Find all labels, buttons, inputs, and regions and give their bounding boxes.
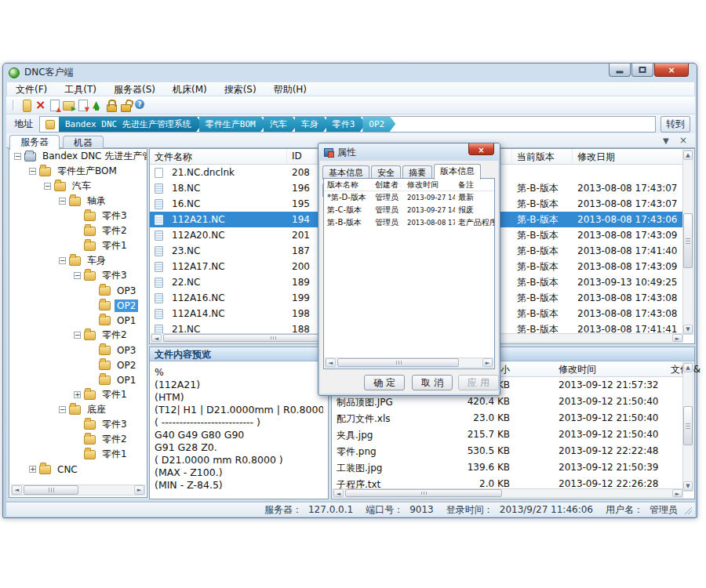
tree-item[interactable]: OP3 — [9, 343, 147, 358]
scroll-left-icon[interactable] — [333, 489, 344, 497]
tree-item[interactable]: 零件1 — [9, 387, 147, 402]
tree-expander-icon[interactable] — [74, 332, 81, 339]
tree-expander-icon[interactable] — [59, 406, 66, 413]
tree-item[interactable]: OP3 — [9, 283, 147, 298]
file-list-vertical-scrollbar[interactable] — [682, 150, 693, 335]
go-button[interactable]: 转到 — [661, 116, 690, 132]
scroll-right-icon[interactable] — [672, 489, 682, 497]
tree-item[interactable]: OP1 — [9, 313, 147, 328]
tree-horizontal-scrollbar[interactable] — [11, 485, 145, 495]
checkin-document-icon[interactable] — [48, 98, 61, 112]
tree-item[interactable]: 零件2 — [9, 432, 147, 447]
tree-item[interactable]: 轴承 — [9, 194, 147, 209]
scroll-thumb[interactable] — [337, 358, 459, 367]
tree-item[interactable]: OP2 — [9, 358, 147, 372]
第-C-版本[interactable]: 第-C-版本 管理员 2013-09-27 14:... 报废 — [324, 204, 494, 216]
version-list-horizontal-scrollbar[interactable] — [325, 358, 493, 368]
scroll-up-icon[interactable] — [683, 151, 693, 160]
tree-item[interactable]: 零件3 — [9, 268, 147, 283]
scroll-down-icon[interactable] — [683, 325, 693, 334]
menu-item[interactable]: 帮助(H) — [265, 82, 315, 96]
tree-expander-icon[interactable] — [59, 257, 66, 264]
send-up-icon[interactable] — [90, 98, 104, 112]
breadcrumb[interactable]: Bandex DNC 先进生产管理系统零件生产BOM汽车车身零件3OP2 — [39, 116, 656, 132]
column-time[interactable]: 修改时间 — [554, 361, 666, 378]
tree-expander-icon[interactable] — [74, 272, 81, 279]
pane-close-icon[interactable]: × — [679, 135, 687, 146]
pane-dropdown-icon[interactable]: ▼ — [663, 136, 669, 145]
scroll-thumb[interactable] — [345, 489, 502, 497]
scroll-left-icon[interactable] — [12, 485, 22, 495]
tree-item[interactable]: 零件3 — [9, 417, 147, 432]
制品顶图.JPG[interactable]: 制品顶图.JPG 420.4 KB 2013-09-12 21:50:40 — [332, 394, 683, 410]
menu-item[interactable]: 机床(M) — [164, 82, 216, 96]
配刀文件.xls[interactable]: 配刀文件.xls 23.0 KB 2013-09-12 21:50:40 — [332, 410, 683, 426]
tree-item[interactable]: OP1 — [9, 372, 147, 387]
tree-item[interactable]: 车身 — [9, 253, 147, 268]
scroll-thumb[interactable] — [683, 406, 693, 445]
dialog-close-button[interactable]: × — [468, 143, 494, 155]
close-button[interactable]: × — [654, 64, 689, 77]
dialog-tab[interactable]: 版本信息 — [434, 164, 481, 180]
tree-item[interactable]: 零件2 — [9, 223, 147, 238]
view-tab[interactable]: 服务器 — [9, 135, 60, 150]
第-B-版本[interactable]: 第-B-版本 管理员 2013-08-08 17:... 老产品程序 — [324, 216, 494, 229]
unlock-icon[interactable] — [118, 98, 132, 112]
scroll-thumb[interactable] — [683, 213, 693, 268]
column-creator[interactable]: 创建者 — [372, 179, 404, 191]
menu-item[interactable]: 服务器(S) — [105, 82, 164, 96]
tree-expander-icon[interactable] — [44, 183, 51, 190]
scroll-up-icon[interactable] — [683, 363, 693, 372]
menu-item[interactable]: 工具(T) — [56, 82, 105, 96]
夹具.jpg[interactable]: 夹具.jpg 215.7 KB 2013-09-12 21:50:40 — [332, 426, 683, 443]
breadcrumb-segment[interactable]: 零件3 — [326, 116, 366, 132]
tree-item[interactable]: 零件2 — [9, 328, 147, 343]
tree-item[interactable]: CNC — [9, 462, 147, 477]
breadcrumb-segment[interactable]: 汽车 — [264, 116, 298, 132]
breadcrumb-segment[interactable]: OP2 — [362, 116, 395, 132]
minimize-button[interactable] — [609, 64, 631, 77]
new-file-icon[interactable] — [20, 98, 33, 112]
cancel-button[interactable]: 取 消 — [412, 375, 453, 390]
tree-item[interactable]: 零件生产BOM — [9, 164, 147, 179]
tree-item[interactable]: 零件1 — [9, 447, 147, 462]
dialog-title-bar[interactable]: 属性 × — [318, 143, 500, 161]
menu-item[interactable]: 文件(F) — [7, 82, 56, 96]
column-name[interactable]: 文件名称 — [150, 149, 287, 164]
tree-item[interactable]: 零件3 — [9, 209, 147, 223]
column-note[interactable]: 备注 — [455, 179, 494, 191]
scroll-down-icon[interactable] — [683, 481, 693, 491]
scroll-right-icon[interactable] — [482, 358, 493, 367]
column-version-name[interactable]: 版本名称 — [324, 179, 372, 191]
scroll-left-icon[interactable] — [151, 334, 162, 342]
scroll-thumb[interactable] — [24, 485, 78, 495]
tree-item[interactable]: 零件1 — [9, 238, 147, 253]
column-modified[interactable]: 修改时间 — [404, 179, 455, 191]
title-bar[interactable]: DNC客户端 × — [3, 64, 697, 82]
open-folder-icon[interactable] — [62, 98, 75, 112]
scroll-right-icon[interactable] — [672, 334, 682, 342]
tree-expander-icon[interactable] — [59, 198, 66, 205]
tree-item[interactable]: OP2 — [9, 298, 147, 313]
breadcrumb-segment[interactable]: 零件生产BOM — [199, 116, 267, 132]
attachments-vertical-scrollbar[interactable] — [682, 362, 693, 492]
lock-icon[interactable] — [104, 98, 118, 112]
breadcrumb-segment[interactable]: Bandex DNC 先进生产管理系统 — [59, 116, 202, 132]
menu-item[interactable]: 搜索(S) — [216, 82, 265, 96]
tree-expander-icon[interactable] — [29, 466, 36, 473]
maximize-button[interactable] — [631, 64, 653, 77]
version-list-header[interactable]: 版本名称 创建者 修改时间 备注 — [324, 179, 494, 191]
tree-item[interactable]: Bandex DNC 先进生产管理系统 — [9, 149, 147, 164]
scroll-right-icon[interactable] — [134, 485, 144, 495]
工装图.jpg[interactable]: 工装图.jpg 139.6 KB 2013-09-12 21:50:39 — [332, 459, 683, 476]
tree-expander-icon[interactable] — [14, 153, 21, 160]
column-version[interactable]: 当前版本 — [512, 149, 573, 164]
checkout-document-icon[interactable] — [76, 98, 89, 112]
help-icon[interactable] — [133, 98, 146, 112]
tree-item[interactable]: 底座 — [9, 402, 147, 417]
*第-D-版本[interactable]: *第-D-版本 管理员 2013-09-27 14:... 最新 — [324, 191, 494, 204]
delete-icon[interactable] — [34, 98, 47, 112]
apply-button[interactable]: 应 用 — [458, 375, 499, 390]
column-date[interactable]: 修改日期 — [573, 149, 683, 164]
tree-item[interactable]: 汽车 — [9, 179, 147, 194]
